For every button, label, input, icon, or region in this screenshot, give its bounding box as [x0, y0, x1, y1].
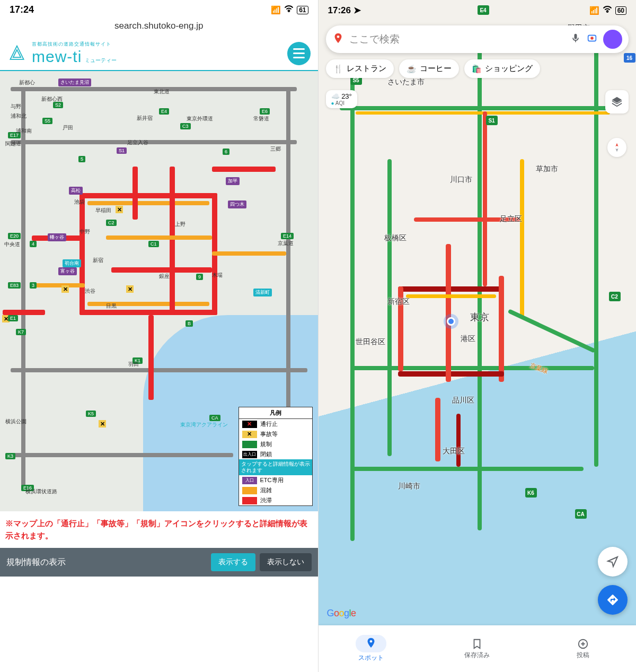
weather-badge[interactable]: ☁️ 23° ● AQI — [326, 90, 357, 108]
entrance-badge[interactable]: 初台南 — [63, 259, 81, 267]
chip-shopping[interactable]: 🛍️ショッピング — [464, 59, 540, 78]
city-label: 板橋区 — [384, 233, 407, 243]
entrance-badge[interactable]: 清新町 — [253, 289, 272, 296]
category-chips: 🍴レストラン ☕コーヒー 🛍️ショッピング — [326, 59, 629, 78]
highway-shield[interactable]: S1 — [486, 116, 498, 125]
search-bar[interactable]: ここで検索 — [326, 25, 629, 53]
map-label: 東京湾アクアライン — [180, 421, 228, 429]
browser-url[interactable]: search.shutoko-eng.jp — [0, 18, 318, 37]
bookmark-icon — [471, 638, 483, 650]
route-badge[interactable]: C3 — [180, 123, 191, 129]
legend-etc: ETC専用 — [260, 476, 284, 484]
entrance-badge[interactable]: 四つ木 — [228, 200, 246, 208]
ios-status-bar: 17:26 ➤ 📶 60 — [319, 0, 637, 21]
directions-button[interactable] — [598, 585, 628, 615]
layers-button[interactable] — [605, 90, 629, 114]
navigate-icon — [606, 555, 619, 568]
compass-button[interactable] — [607, 138, 626, 157]
highway-shield[interactable]: K6 — [525, 488, 537, 498]
route-badge[interactable]: E20 — [8, 233, 21, 239]
route-badge[interactable]: E4 — [159, 108, 169, 115]
route-badge[interactable]: 5 — [78, 156, 85, 162]
chip-coffee[interactable]: ☕コーヒー — [399, 59, 459, 78]
entrance-badge[interactable]: 富ヶ谷 — [58, 267, 77, 275]
mewti-brand-sub: ミューティー — [85, 57, 117, 63]
map-label: 新都心 — [19, 79, 35, 86]
map-label: 京葉道 — [278, 240, 294, 247]
route-badge[interactable]: B — [186, 320, 193, 327]
map-label: 池袋 — [74, 198, 85, 206]
map-label: 早稲田 — [95, 207, 111, 214]
route-badge[interactable]: 3 — [30, 282, 37, 289]
route-badge[interactable]: E1 — [8, 315, 18, 321]
route-badge[interactable]: E14 — [281, 233, 294, 239]
cloud-icon: ☁️ — [331, 92, 340, 100]
show-button[interactable]: 表示する — [211, 553, 255, 571]
gmap-canvas[interactable]: E4 E4 E14 S1 S5 C2 CA K6 6 16 東京 新宿区 港区 … — [319, 0, 637, 672]
city-label: 新宿区 — [387, 297, 410, 307]
incident-marker[interactable]: ✕ — [61, 285, 69, 293]
route-badge[interactable]: 4 — [30, 241, 37, 247]
chip-restaurant[interactable]: 🍴レストラン — [326, 59, 394, 78]
signal-icon: 📶 — [271, 5, 281, 15]
traffic-map[interactable]: ✕ ✕ ✕ ✕ ✕ S2 S5 E4 E6 C3 E17 E20 E14 C2 … — [0, 71, 318, 511]
map-footnote: ※マップ上の「通行止」「事故等」「規制」アイコンをクリックすると詳細情報が表示さ… — [0, 511, 318, 548]
status-icons: 📶 61 — [271, 5, 308, 15]
hide-button[interactable]: 表示しない — [260, 553, 312, 571]
hamburger-menu-button[interactable] — [287, 42, 311, 65]
nav-saved[interactable]: 保存済み — [424, 625, 530, 672]
map-label: 与野 — [11, 103, 21, 110]
legend-regulation: 規制 — [260, 440, 272, 448]
control-title: 規制情報の表示 — [6, 557, 66, 568]
route-badge[interactable]: S5 — [42, 118, 52, 124]
incident-marker[interactable]: ✕ — [116, 206, 123, 213]
rail-label: 京葉線 — [528, 361, 550, 376]
route-badge[interactable]: K7 — [16, 329, 26, 335]
lens-icon[interactable] — [586, 32, 598, 46]
signal-icon: 📶 — [589, 6, 599, 15]
google-logo: Google — [327, 608, 356, 619]
route-badge[interactable]: 6 — [223, 149, 229, 155]
city-label: 川口市 — [450, 175, 472, 185]
route-badge[interactable]: 9 — [196, 274, 203, 280]
highway-shield[interactable]: C2 — [609, 292, 621, 301]
route-badge[interactable]: C2 — [106, 220, 117, 226]
mic-icon[interactable] — [570, 33, 581, 46]
route-badge[interactable]: K5 — [86, 411, 96, 417]
nav-explore[interactable]: スポット — [319, 625, 425, 672]
mewti-logo-block[interactable]: 首都高技術の道路交通情報サイト mew-tiミューティー — [7, 41, 117, 66]
entrance-badge[interactable]: 幡ヶ谷 — [48, 233, 66, 241]
svg-point-2 — [590, 37, 594, 40]
incident-marker[interactable]: ✕ — [126, 285, 134, 293]
coffee-icon: ☕ — [407, 64, 417, 74]
mewti-header: 首都高技術の道路交通情報サイト mew-tiミューティー — [0, 37, 318, 71]
mewti-brand: mew-ti — [32, 48, 82, 65]
map-label: 横浜公園 — [5, 418, 26, 425]
route-badge[interactable]: E83 — [8, 282, 21, 289]
highway-shield[interactable]: CA — [575, 509, 587, 519]
wifi-icon — [284, 5, 294, 14]
city-label: 大田区 — [443, 447, 465, 456]
nav-contribute-label: 投稿 — [577, 651, 589, 660]
map-label: 目黒 — [106, 302, 117, 310]
incident-marker[interactable]: ✕ — [99, 420, 106, 427]
directions-icon — [606, 594, 619, 606]
nav-contribute[interactable]: 投稿 — [530, 625, 636, 672]
route-badge[interactable]: E6 — [260, 108, 270, 115]
location-arrow-icon: ➤ — [354, 5, 361, 15]
status-time: 17:26 — [328, 5, 351, 15]
map-label: 渋谷 — [85, 287, 95, 295]
entrance-badge[interactable]: 加平 — [226, 177, 240, 185]
route-badge[interactable]: CA — [209, 415, 220, 421]
route-badge[interactable]: C1 — [148, 241, 159, 247]
account-avatar[interactable] — [603, 30, 622, 49]
entrance-badge[interactable]: さいたま見沼 — [58, 78, 91, 86]
entrance-badge[interactable]: S1 — [117, 147, 127, 154]
city-label: さいたま市 — [387, 77, 425, 87]
wifi-icon — [603, 6, 612, 15]
city-label: 足立区 — [500, 214, 522, 224]
entrance-badge[interactable]: 高松 — [69, 187, 83, 195]
layers-icon — [611, 96, 623, 108]
route-badge[interactable]: K3 — [5, 453, 15, 459]
my-location-button[interactable] — [598, 547, 628, 577]
